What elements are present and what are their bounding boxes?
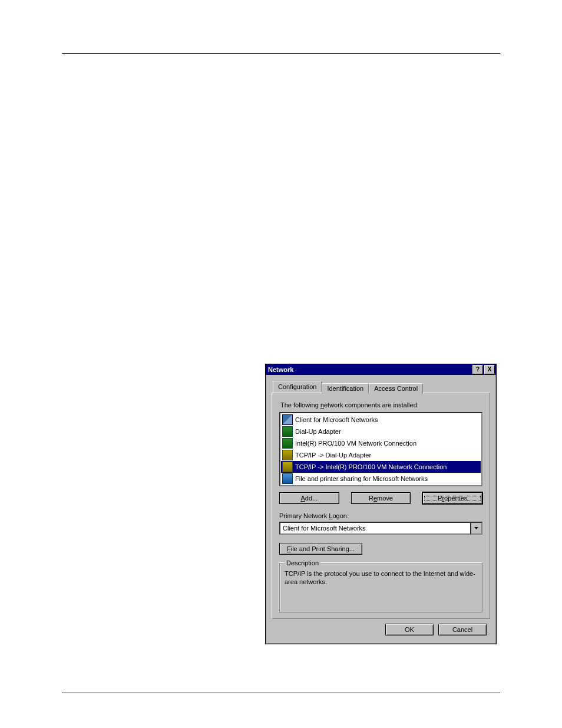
primary-logon-value: Client for Microsoft Networks [279,522,470,535]
logon-post: ogon: [332,512,349,519]
tab-configuration-label: Configuration [278,383,316,390]
close-icon: X [488,367,492,373]
tab-identification-label: Identification [327,385,363,392]
network-dialog: Network ? X Configuration Identification… [265,364,497,644]
list-item-label: Intel(R) PRO/100 VM Network Connection [295,440,416,447]
sharing-post: ile and Print Sharing... [291,545,355,552]
list-item[interactable]: Dial-Up Adapter [281,426,481,437]
svg-marker-0 [474,527,478,529]
tab-access-control[interactable]: Access Control [369,383,423,393]
tab-configuration[interactable]: Configuration [273,381,322,393]
ok-label: OK [405,626,414,633]
components-listbox[interactable]: Client for Microsoft NetworksDial-Up Ada… [279,412,482,486]
primary-logon-label: Primary Network Logon: [279,512,482,519]
description-legend: Description [285,559,320,566]
properties-post: operties [444,495,467,502]
titlebar: Network ? X [266,364,496,375]
help-button[interactable]: ? [472,365,483,374]
proto-icon [282,462,293,472]
components-caption-pre: The following [280,401,320,409]
dialog-footer: OK Cancel [272,619,490,640]
share-icon [282,473,293,484]
add-button[interactable]: Add... [279,492,339,504]
chevron-down-icon [474,527,478,529]
page-rule-bottom [62,693,500,693]
proto-icon [282,450,293,460]
components-caption: The following network components are ins… [280,401,482,409]
adapter-icon [282,426,293,437]
list-item-label: TCP/IP -> Dial-Up Adapter [295,452,371,459]
description-text: TCP/IP is the protocol you use to connec… [285,569,477,586]
components-caption-post: etwork components are installed: [324,401,419,409]
component-buttons-row: Add... Remove Properties [279,492,482,504]
list-item[interactable]: Intel(R) PRO/100 VM Network Connection [281,437,481,449]
remove-pre: R [369,495,373,502]
tabstrip: Configuration Identification Access Cont… [273,381,490,393]
description-groupbox: Description TCP/IP is the protocol you u… [279,563,482,612]
list-item[interactable]: Client for Microsoft Networks [281,414,481,426]
help-icon: ? [476,367,480,373]
list-item[interactable]: TCP/IP -> Dial-Up Adapter [281,449,481,461]
list-item-label: Client for Microsoft Networks [295,416,378,423]
tab-access-control-label: Access Control [374,385,418,392]
properties-button[interactable]: Properties [422,492,482,504]
dropdown-button[interactable] [470,522,482,535]
list-item-label: File and printer sharing for Microsoft N… [295,475,428,482]
dialog-client: Configuration Identification Access Cont… [266,375,496,644]
adapter-icon [282,438,293,449]
ok-button[interactable]: OK [385,624,434,635]
remove-button[interactable]: Remove [351,492,411,504]
file-print-sharing-button[interactable]: File and Print Sharing... [279,543,362,555]
tab-panel-configuration: The following network components are ins… [272,393,490,619]
list-item[interactable]: File and printer sharing for Microsoft N… [281,473,481,485]
client-icon [282,414,293,425]
primary-logon-dropdown[interactable]: Client for Microsoft Networks [279,522,482,535]
add-post: dd... [305,495,318,502]
cancel-button[interactable]: Cancel [438,624,487,635]
close-button[interactable]: X [484,365,495,374]
add-u: A [300,495,305,502]
sharing-u: F [287,545,291,552]
page-rule-top [62,53,500,54]
window-title: Network [268,366,471,373]
tab-identification[interactable]: Identification [322,383,369,393]
list-item-label: TCP/IP -> Intel(R) PRO/100 VM Network Co… [295,463,447,470]
remove-post: move [377,495,393,502]
list-item[interactable]: TCP/IP -> Intel(R) PRO/100 VM Network Co… [281,461,481,473]
list-item-label: Dial-Up Adapter [295,428,341,435]
cancel-label: Cancel [452,626,472,633]
logon-pre: Primary Network [279,512,329,519]
